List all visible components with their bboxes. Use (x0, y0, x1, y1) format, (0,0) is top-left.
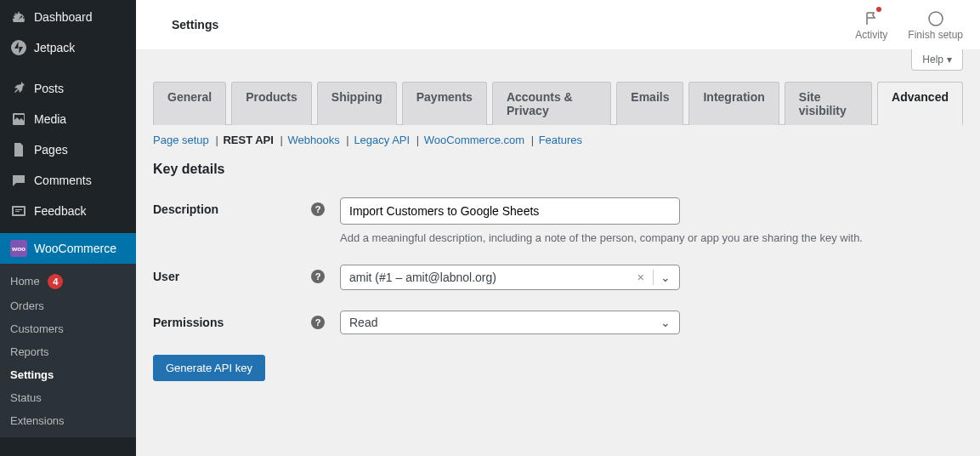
finish-label: Finish setup (908, 29, 963, 41)
sidebar-label: WooCommerce (34, 242, 116, 255)
advanced-subtabs: Page setup | REST API | Webhooks | Legac… (153, 125, 963, 155)
description-help: Add a meaningful description, including … (340, 231, 863, 244)
sidebar-label: Posts (34, 82, 64, 95)
feedback-icon (10, 202, 27, 219)
subtab-rest-api[interactable]: REST API (223, 134, 273, 146)
tab-integration[interactable]: Integration (688, 82, 779, 125)
tab-advanced[interactable]: Advanced (877, 82, 963, 125)
subtab-woo[interactable]: WooCommerce.com (424, 134, 524, 146)
user-label: User (153, 270, 179, 283)
sidebar-item-jetpack[interactable]: Jetpack (0, 32, 136, 63)
sidebar-label: Media (34, 112, 66, 126)
sidebar-item-dashboard[interactable]: Dashboard (0, 0, 136, 32)
circle-icon (927, 9, 944, 29)
sidebar-label: Comments (34, 174, 92, 187)
section-title: Key details (153, 162, 963, 177)
pin-icon (10, 80, 27, 97)
dashboard-icon (10, 9, 27, 26)
submenu-label: Home (10, 275, 40, 288)
sidebar-label: Jetpack (34, 41, 75, 54)
subtab-page-setup[interactable]: Page setup (153, 134, 209, 146)
sidebar-item-comments[interactable]: Comments (0, 165, 136, 196)
comment-icon (10, 172, 27, 189)
help-tab[interactable]: Help ▾ (911, 49, 963, 71)
help-icon[interactable]: ? (311, 316, 325, 329)
sidebar-label: Feedback (34, 204, 86, 218)
submenu-settings[interactable]: Settings (0, 363, 136, 386)
tab-shipping[interactable]: Shipping (317, 82, 397, 125)
chevron-down-icon: ⌄ (659, 271, 672, 284)
tab-general[interactable]: General (153, 82, 226, 125)
svg-point-0 (11, 40, 26, 55)
submenu-status[interactable]: Status (0, 386, 136, 409)
submenu-reports[interactable]: Reports (0, 340, 136, 363)
subtab-features[interactable]: Features (539, 134, 582, 146)
sidebar-item-feedback[interactable]: Feedback (0, 196, 136, 226)
submenu-customers[interactable]: Customers (0, 317, 136, 340)
permissions-label: Permissions (153, 316, 224, 329)
main-content: Settings Activity Finish setup Help ▾ Ge… (136, 0, 980, 456)
woocommerce-submenu: Home 4 Orders Customers Reports Settings… (0, 264, 136, 437)
tab-emails[interactable]: Emails (616, 82, 683, 125)
jetpack-icon (10, 39, 27, 56)
settings-tabs: General Products Shipping Payments Accou… (153, 81, 963, 125)
subtab-legacy[interactable]: Legacy API (354, 134, 410, 146)
submenu-extensions[interactable]: Extensions (0, 409, 136, 432)
permissions-value: Read (349, 316, 377, 329)
activity-button[interactable]: Activity (855, 9, 887, 41)
sidebar-item-pages[interactable]: Pages (0, 134, 136, 165)
tab-accounts[interactable]: Accounts & Privacy (492, 82, 611, 125)
finish-setup-button[interactable]: Finish setup (908, 9, 963, 41)
chevron-down-icon: ⌄ (659, 316, 672, 329)
submenu-orders[interactable]: Orders (0, 294, 136, 317)
svg-point-1 (929, 12, 943, 26)
tab-products[interactable]: Products (231, 82, 312, 125)
admin-sidebar: Dashboard Jetpack Posts Media Pages Comm… (0, 0, 136, 456)
subtab-webhooks[interactable]: Webhooks (288, 134, 340, 146)
description-label: Description (153, 202, 218, 216)
tab-visibility[interactable]: Site visibility (785, 82, 872, 125)
page-title: Settings (153, 18, 218, 31)
chevron-down-icon: ▾ (947, 54, 952, 66)
notification-badge: 4 (48, 274, 63, 289)
sidebar-item-media[interactable]: Media (0, 104, 136, 134)
activity-label: Activity (855, 29, 887, 41)
flag-icon (863, 9, 880, 29)
page-icon (10, 141, 27, 158)
notification-dot-icon (876, 7, 881, 12)
permissions-select[interactable]: Read ⌄ (340, 311, 680, 334)
help-icon[interactable]: ? (311, 270, 325, 283)
topbar: Settings Activity Finish setup (136, 0, 980, 49)
submenu-home[interactable]: Home 4 (0, 269, 136, 294)
user-value: amit (#1 – amit@labnol.org) (349, 271, 496, 284)
user-select[interactable]: amit (#1 – amit@labnol.org) × ⌄ (340, 265, 680, 290)
help-icon[interactable]: ? (311, 202, 325, 216)
tab-payments[interactable]: Payments (402, 82, 487, 125)
clear-icon[interactable]: × (634, 271, 648, 284)
sidebar-item-woocommerce[interactable]: woo WooCommerce (0, 233, 136, 264)
help-label: Help (922, 54, 943, 66)
sidebar-item-posts[interactable]: Posts (0, 73, 136, 104)
sidebar-label: Pages (34, 143, 68, 157)
sidebar-label: Dashboard (34, 10, 93, 24)
generate-api-key-button[interactable]: Generate API key (153, 355, 265, 381)
description-input[interactable] (340, 197, 680, 225)
woocommerce-icon: woo (10, 240, 27, 257)
media-icon (10, 111, 27, 128)
